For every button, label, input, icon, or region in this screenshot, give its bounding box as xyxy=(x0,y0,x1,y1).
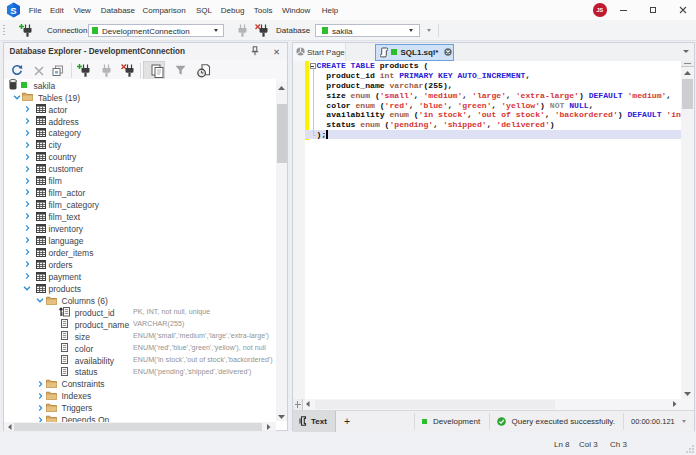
svg-text:S: S xyxy=(10,5,16,16)
